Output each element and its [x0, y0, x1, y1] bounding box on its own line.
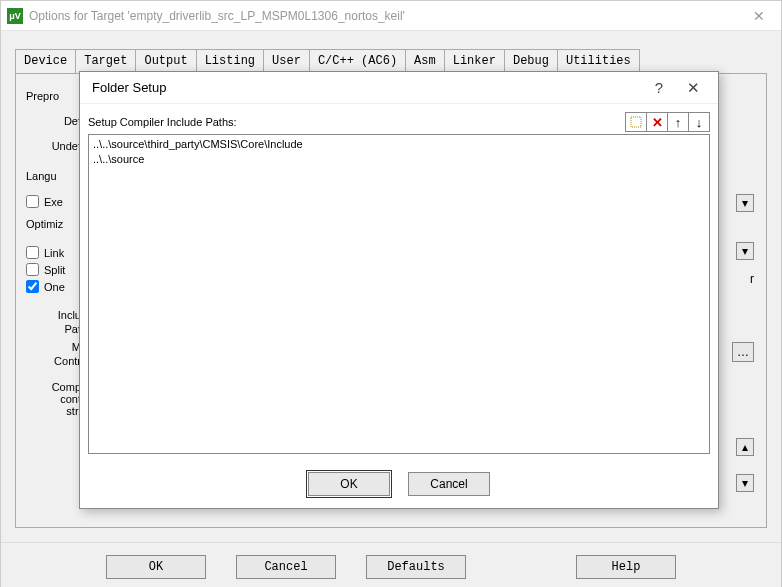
- tab-asm[interactable]: Asm: [405, 49, 445, 73]
- tab-utilities[interactable]: Utilities: [557, 49, 640, 73]
- tab-target[interactable]: Target: [75, 49, 136, 73]
- dropdown-2[interactable]: ▾: [736, 242, 754, 260]
- main-window: μV Options for Target 'empty_driverlib_s…: [0, 0, 782, 587]
- background-right: ▾ ▾ r … ▴ ▾: [732, 194, 754, 492]
- label-cont: cont: [26, 393, 81, 405]
- checkbox-exe[interactable]: [26, 195, 39, 208]
- move-down-button[interactable]: ↓: [688, 112, 710, 132]
- dialog-title: Folder Setup: [92, 80, 642, 95]
- tab-device[interactable]: Device: [15, 49, 76, 73]
- new-path-button[interactable]: [625, 112, 647, 132]
- main-button-bar: OK Cancel Defaults Help: [1, 542, 781, 587]
- label-link: Link: [44, 247, 64, 259]
- tab-listing[interactable]: Listing: [196, 49, 264, 73]
- dialog-button-bar: OK Cancel: [80, 462, 718, 508]
- label-def: Def: [26, 115, 81, 127]
- label-r: r: [732, 272, 754, 286]
- label-langu: Langu: [26, 170, 81, 182]
- dialog-ok-button[interactable]: OK: [308, 472, 390, 496]
- app-icon: μV: [7, 8, 23, 24]
- setup-label: Setup Compiler Include Paths:: [88, 116, 626, 128]
- tab-output[interactable]: Output: [135, 49, 196, 73]
- tab-bar: Device Target Output Listing User C/C++ …: [1, 31, 781, 73]
- svg-rect-0: [631, 117, 641, 127]
- setup-toolbar: ✕ ↑ ↓: [626, 112, 710, 132]
- defaults-button[interactable]: Defaults: [366, 555, 466, 579]
- label-comp: Comp: [26, 381, 81, 393]
- label-split: Split: [44, 264, 65, 276]
- tab-c-cpp[interactable]: C/C++ (AC6): [309, 49, 406, 73]
- label-stri: stri: [26, 405, 81, 417]
- checkbox-one[interactable]: [26, 280, 39, 293]
- path-item[interactable]: ..\..\source: [93, 152, 705, 167]
- help-button[interactable]: Help: [576, 555, 676, 579]
- scroll-down[interactable]: ▾: [736, 474, 754, 492]
- close-button[interactable]: ✕: [736, 1, 781, 31]
- label-contr: Contr: [26, 355, 81, 367]
- cancel-button[interactable]: Cancel: [236, 555, 336, 579]
- delete-path-button[interactable]: ✕: [646, 112, 668, 132]
- label-one: One: [44, 281, 65, 293]
- dialog-body: Setup Compiler Include Paths: ✕ ↑ ↓: [80, 104, 718, 462]
- dialog-close-button[interactable]: ✕: [676, 74, 710, 102]
- paths-listbox[interactable]: ..\..\source\third_party\CMSIS\Core\Incl…: [88, 134, 710, 454]
- path-item[interactable]: ..\..\source\third_party\CMSIS\Core\Incl…: [93, 137, 705, 152]
- tab-user[interactable]: User: [263, 49, 310, 73]
- browse-button[interactable]: …: [732, 342, 754, 362]
- label-prepro: Prepro: [26, 90, 81, 102]
- label-optim: Optimiz: [26, 218, 81, 230]
- checkbox-split[interactable]: [26, 263, 39, 276]
- scroll-up[interactable]: ▴: [736, 438, 754, 456]
- dropdown-1[interactable]: ▾: [736, 194, 754, 212]
- move-up-button[interactable]: ↑: [667, 112, 689, 132]
- label-undef: Undef: [26, 140, 81, 152]
- arrow-down-icon: ↓: [696, 115, 703, 130]
- label-pat: Pat: [26, 323, 81, 335]
- setup-row: Setup Compiler Include Paths: ✕ ↑ ↓: [88, 112, 710, 132]
- arrow-up-icon: ↑: [675, 115, 682, 130]
- tab-linker[interactable]: Linker: [444, 49, 505, 73]
- dialog-cancel-button[interactable]: Cancel: [408, 472, 490, 496]
- label-m: M: [26, 341, 81, 353]
- label-inclu: Inclu: [26, 309, 81, 321]
- tab-debug[interactable]: Debug: [504, 49, 558, 73]
- label-exe: Exe: [44, 196, 63, 208]
- delete-icon: ✕: [652, 115, 663, 130]
- dialog-help-button[interactable]: ?: [642, 74, 676, 102]
- window-title: Options for Target 'empty_driverlib_src_…: [29, 9, 736, 23]
- dialog-titlebar: Folder Setup ? ✕: [80, 72, 718, 104]
- ok-button[interactable]: OK: [106, 555, 206, 579]
- main-titlebar: μV Options for Target 'empty_driverlib_s…: [1, 1, 781, 31]
- background-labels: Prepro Def Undef Langu Exe Optimiz Link …: [26, 90, 81, 430]
- new-icon: [630, 116, 642, 128]
- folder-setup-dialog: Folder Setup ? ✕ Setup Compiler Include …: [79, 71, 719, 509]
- checkbox-link[interactable]: [26, 246, 39, 259]
